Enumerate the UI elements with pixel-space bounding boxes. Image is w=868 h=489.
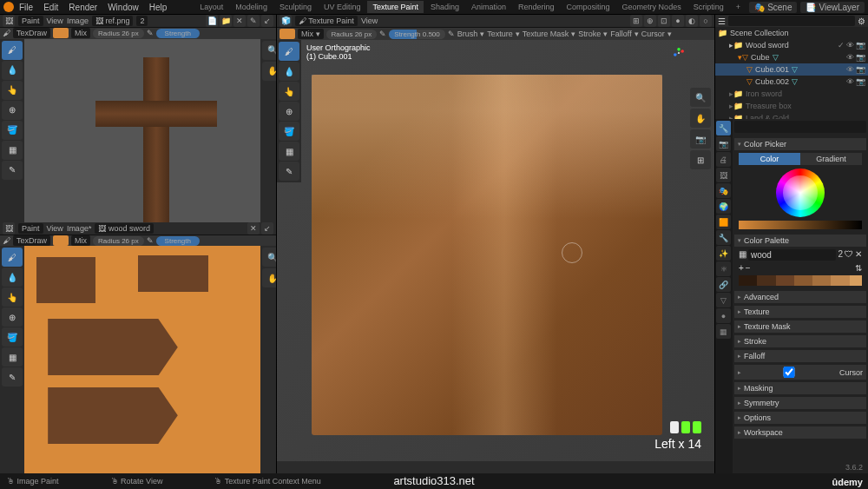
outliner-search[interactable] — [728, 16, 855, 26]
section-advanced[interactable]: Advanced — [734, 291, 866, 303]
outliner-row[interactable]: ▸📁Wood sword✓👁📷 — [715, 39, 868, 51]
section-texturemask[interactable]: Texture Mask — [734, 320, 866, 333]
mid-tool-draw[interactable]: 🖌 — [279, 42, 299, 61]
mid-texture-menu[interactable]: Texture — [487, 30, 513, 38]
viewlayer-selector[interactable]: 📑ViewLayer — [800, 2, 865, 13]
menu-help[interactable]: Help — [149, 3, 168, 12]
ul-mode[interactable]: Paint — [18, 16, 43, 26]
ll-tool-soften[interactable]: 💧 — [2, 268, 23, 287]
ll-tool-fill[interactable]: 🪣 — [2, 327, 23, 347]
mid-blend[interactable]: Mix ▾ — [298, 29, 324, 39]
eye-icon[interactable]: 👁 — [846, 41, 854, 50]
mid-tool-annotate[interactable]: ✎ — [279, 162, 299, 181]
3d-viewport[interactable]: 🖌 💧 👆 ⊕ 🪣 ▦ ✎ User Orthographic (1) Cube… — [277, 40, 714, 461]
mid-shading-solid-icon[interactable]: ● — [672, 15, 684, 27]
tab-layout[interactable]: Layout — [194, 1, 228, 13]
outliner-row[interactable]: ▽Cube.002▽👁📷 — [715, 76, 868, 88]
render-icon[interactable]: 📷 — [856, 41, 865, 50]
mid-stroke-menu[interactable]: Stroke — [578, 30, 601, 38]
tab-shading[interactable]: Shading — [425, 1, 464, 13]
palette-swatches[interactable] — [739, 275, 862, 286]
ul-view-menu[interactable]: View — [47, 17, 63, 25]
tab-scripting[interactable]: Scripting — [688, 1, 729, 13]
tab-uvediting[interactable]: UV Editing — [319, 1, 366, 13]
tab-texturepaint[interactable]: Texture Paint — [367, 1, 424, 13]
ll-arrow-icon[interactable]: ↙ — [261, 222, 273, 235]
ul-strength[interactable]: Strength — [156, 29, 200, 38]
mid-radius[interactable]: Radius 26 px — [326, 30, 378, 39]
tab-compositing[interactable]: Compositing — [562, 1, 615, 13]
color-value-slider[interactable] — [739, 221, 862, 229]
mid-shading-matprev-icon[interactable]: ◐ — [686, 15, 698, 27]
mid-view-menu[interactable]: View — [361, 17, 378, 25]
ul-new-icon[interactable]: 📄 — [206, 15, 218, 27]
outliner-row[interactable]: ▸📁Land & Gold — [715, 112, 868, 119]
prop-tab-modifier[interactable]: 🔧 — [716, 230, 731, 245]
menu-edit[interactable]: Edit — [43, 3, 58, 12]
menu-window[interactable]: Window — [108, 3, 139, 12]
section-masking[interactable]: Masking — [734, 382, 866, 394]
mid-tool-soften[interactable]: 💧 — [279, 62, 299, 81]
prop-tab-tool[interactable]: 🔧 — [716, 121, 731, 135]
mid-falloff-menu[interactable]: Falloff — [610, 30, 631, 38]
mid-camera-icon[interactable]: 📷 — [690, 129, 711, 149]
mid-shading-wire-icon[interactable]: ⊡ — [658, 15, 670, 27]
palette-sort-icon[interactable]: ⇅ — [855, 263, 862, 273]
outliner-row-selected[interactable]: ▽Cube.001▽👁📷 — [715, 63, 868, 76]
section-falloff[interactable]: Falloff — [734, 350, 866, 362]
prop-tab-texture[interactable]: ▦ — [716, 324, 731, 339]
section-cursor[interactable]: Cursor — [734, 365, 866, 380]
ll-image-name[interactable]: 🖼 wood sword — [95, 223, 154, 234]
render-icon[interactable]: 📷 — [856, 53, 865, 62]
prop-tab-constraint[interactable]: 🔗 — [716, 277, 731, 292]
ul-radius[interactable]: Radius 26 px — [93, 29, 144, 38]
mid-zoom-icon[interactable]: 🔍 — [690, 88, 711, 107]
mid-overlay-icon[interactable]: ⊞ — [630, 15, 642, 27]
mid-brush-menu[interactable]: Brush — [457, 30, 478, 38]
color-wheel[interactable] — [776, 169, 825, 217]
tool-smear[interactable]: 👆 — [2, 81, 23, 100]
prop-tab-mesh[interactable]: ▽ — [716, 293, 731, 307]
ll-x-icon[interactable]: ✕ — [247, 222, 260, 235]
outliner-row[interactable]: ▸📁Treasure box — [715, 100, 868, 112]
ll-uv-view[interactable] — [24, 246, 260, 473]
ul-arrow-icon[interactable]: ↙ — [261, 15, 273, 27]
mid-color-swatch[interactable] — [279, 29, 295, 39]
section-symmetry[interactable]: Symmetry — [734, 397, 866, 409]
tool-clone[interactable]: ⊕ — [2, 101, 23, 120]
mid-pan-icon[interactable]: ✋ — [690, 109, 711, 128]
prop-tab-output[interactable]: 🖨 — [716, 152, 731, 167]
mid-shading-render-icon[interactable]: ○ — [700, 15, 712, 27]
ll-tool-draw[interactable]: 🖌 — [2, 248, 23, 267]
ll-tool-smear[interactable]: 👆 — [2, 287, 23, 307]
palette-fake-user-icon[interactable]: 🛡 — [845, 249, 853, 261]
tool-soften[interactable]: 💧 — [2, 61, 23, 80]
mid-texmask-menu[interactable]: Texture Mask — [523, 30, 569, 38]
ll-image-menu[interactable]: Image* — [67, 224, 92, 233]
scene-selector[interactable]: 🎭Scene — [749, 2, 797, 13]
tab-geometrynodes[interactable]: Geometry Nodes — [617, 1, 687, 13]
ll-blend[interactable]: Mix — [71, 235, 90, 246]
menu-render[interactable]: Render — [69, 3, 97, 12]
section-options[interactable]: Options — [734, 412, 866, 424]
palette-remove-icon[interactable]: − — [746, 263, 751, 273]
ll-brush-icon[interactable]: 🖌 — [3, 236, 10, 245]
render-icon[interactable]: 📷 — [856, 65, 865, 74]
ll-radius-pressure-icon[interactable]: ✎ — [147, 236, 154, 245]
eye-icon[interactable]: 👁 — [846, 65, 854, 74]
mid-radius-pressure-icon[interactable]: ✎ — [379, 30, 386, 38]
mid-gizmo-icon[interactable]: ⊕ — [644, 15, 656, 27]
outliner-type-icon[interactable]: ☰ — [718, 17, 726, 26]
prop-tab-render[interactable]: 📷 — [716, 136, 731, 151]
ll-mode[interactable]: Paint — [18, 223, 43, 234]
ul-blend[interactable]: Mix — [71, 28, 90, 38]
editor-type-icon[interactable]: 🖼 — [3, 15, 15, 27]
ll-color-swatch[interactable] — [53, 235, 69, 246]
nav-gizmo[interactable] — [673, 47, 707, 82]
ul-reference-view[interactable] — [24, 39, 260, 222]
mid-strength[interactable]: Strength 0.500 — [389, 30, 445, 39]
mid-cursor-menu[interactable]: Cursor — [641, 30, 665, 38]
tab-sculpting[interactable]: Sculpting — [274, 1, 317, 13]
palette-x-icon[interactable]: ✕ — [855, 249, 862, 261]
prop-tab-world[interactable]: 🌍 — [716, 199, 731, 214]
